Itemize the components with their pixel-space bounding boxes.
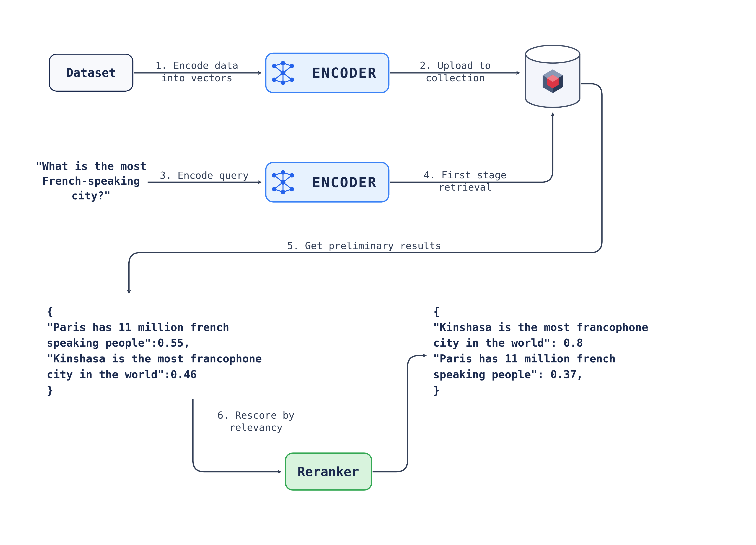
prelim-json: { "Paris has 11 million french speaking … — [47, 305, 262, 397]
encoder2-node: ENCODER — [266, 162, 389, 202]
svg-text:"Paris has 11 million french: "Paris has 11 million french — [433, 352, 616, 365]
svg-text:}: } — [47, 384, 53, 397]
svg-text:"Kinshasa is the most francoph: "Kinshasa is the most francophone — [433, 321, 648, 334]
final-json: { "Kinshasa is the most francophone city… — [433, 305, 648, 397]
reranker-node: Reranker — [285, 453, 371, 490]
svg-text:city in the world":0.46: city in the world":0.46 — [47, 368, 197, 381]
arrow-final — [373, 356, 426, 472]
query-line3: city?" — [72, 189, 111, 202]
reranker-label: Reranker — [297, 464, 359, 479]
dataset-node: Dataset — [49, 54, 133, 91]
label-step2a: 2. Upload to — [420, 60, 491, 71]
svg-text:}: } — [433, 384, 440, 397]
svg-text:{: { — [433, 305, 440, 318]
label-step6a: 6. Rescore by — [217, 410, 294, 421]
label-step3: 3. Encode query — [160, 170, 249, 181]
svg-text:"Kinshasa is the most francoph: "Kinshasa is the most francophone — [47, 352, 262, 365]
svg-point-19 — [526, 45, 580, 63]
label-step1a: 1. Encode data — [155, 60, 238, 71]
database-node — [526, 45, 580, 107]
query-line1: "What is the most — [36, 160, 146, 172]
encoder2-label: ENCODER — [312, 174, 377, 190]
svg-text:"Paris has 11 million french: "Paris has 11 million french — [47, 321, 229, 334]
label-step6b: relevancy — [229, 422, 282, 433]
dataset-label: Dataset — [66, 66, 116, 80]
query-line2: French-speaking — [42, 174, 140, 187]
label-step4a: 4. First stage — [424, 169, 507, 181]
query-text: "What is the most French-speaking city?" — [36, 160, 146, 202]
label-step4b: retrieval — [438, 181, 492, 193]
label-step1b: into vectors — [161, 72, 232, 84]
label-step2b: collection — [426, 72, 485, 84]
svg-text:speaking people":0.55,: speaking people":0.55, — [47, 337, 190, 349]
encoder1-node: ENCODER — [266, 53, 389, 93]
label-step5: 5. Get preliminary results — [287, 240, 441, 251]
svg-text:city in the world": 0.8: city in the world": 0.8 — [433, 337, 583, 349]
svg-text:speaking people": 0.37,: speaking people": 0.37, — [433, 368, 583, 381]
encoder1-label: ENCODER — [312, 65, 377, 81]
svg-text:{: { — [47, 305, 53, 318]
